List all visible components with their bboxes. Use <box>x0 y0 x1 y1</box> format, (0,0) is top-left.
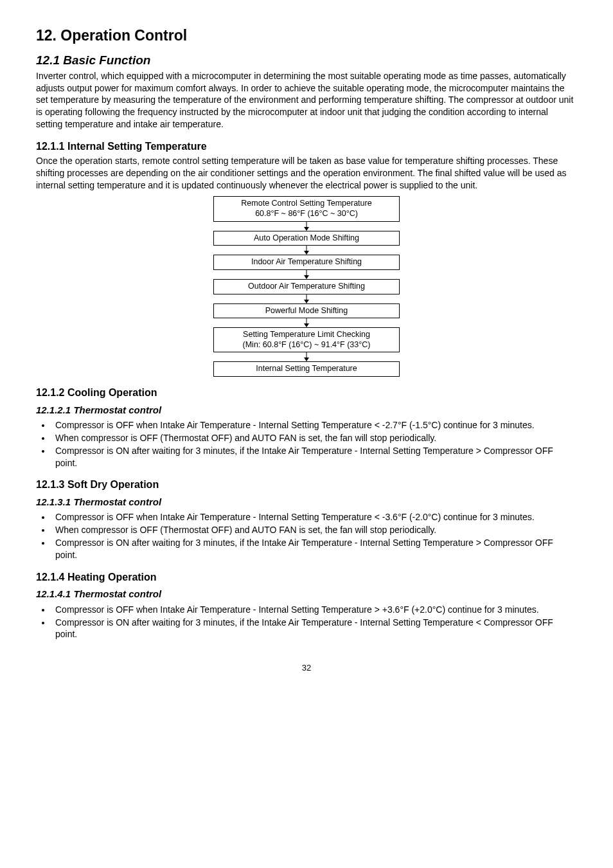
heading-1: 12. Operation Control <box>36 26 577 46</box>
list-item: Compressor is OFF when Intake Air Temper… <box>51 604 577 616</box>
cooling-bullets: Compressor is OFF when Intake Air Temper… <box>36 419 577 469</box>
svg-marker-7 <box>304 300 309 303</box>
flow-arrow-icon <box>213 352 400 361</box>
flow-box-remote-setting: Remote Control Setting Temperature 60.8°… <box>213 196 400 221</box>
flow-box-limit-check: Setting Temperature Limit Checking (Min:… <box>213 327 400 352</box>
paragraph-intro: Inverter control, which equipped with a … <box>36 70 577 131</box>
svg-marker-5 <box>304 275 309 279</box>
svg-marker-1 <box>304 227 309 231</box>
list-item: Compressor is ON after waiting for 3 min… <box>51 537 577 561</box>
heading-4-cooling-thermostat: 12.1.2.1 Thermostat control <box>36 404 577 417</box>
flow-arrow-icon <box>213 294 400 303</box>
page-number: 32 <box>36 662 577 674</box>
heading-3-cooling: 12.1.2 Cooling Operation <box>36 386 577 400</box>
flow-text: (Min: 60.8°F (16°C) ~ 91.4°F (33°C) <box>243 340 371 349</box>
flow-box-auto-mode: Auto Operation Mode Shifting <box>213 231 400 246</box>
flow-text: Setting Temperature Limit Checking <box>243 330 370 339</box>
list-item: Compressor is OFF when Intake Air Temper… <box>51 511 577 523</box>
list-item: When compressor is OFF (Thermostat OFF) … <box>51 432 577 444</box>
flow-arrow-icon <box>213 270 400 279</box>
flow-arrow-icon <box>213 318 400 327</box>
list-item: Compressor is ON after waiting for 3 min… <box>51 617 577 641</box>
heating-bullets: Compressor is OFF when Intake Air Temper… <box>36 604 577 641</box>
heading-4-heating-thermostat: 12.1.4.1 Thermostat control <box>36 588 577 601</box>
paragraph-internal-setting: Once the operation starts, remote contro… <box>36 155 577 192</box>
softdry-bullets: Compressor is OFF when Intake Air Temper… <box>36 511 577 561</box>
heading-4-softdry-thermostat: 12.1.3.1 Thermostat control <box>36 496 577 509</box>
flow-box-internal-temp: Internal Setting Temperature <box>213 361 400 377</box>
heading-2-basic-function: 12.1 Basic Function <box>36 52 577 69</box>
flow-text: Remote Control Setting Temperature <box>241 199 371 208</box>
svg-marker-9 <box>304 323 309 327</box>
list-item: Compressor is OFF when Intake Air Temper… <box>51 419 577 431</box>
list-item: Compressor is ON after waiting for 3 min… <box>51 445 577 469</box>
flow-arrow-icon <box>213 222 400 231</box>
heading-3-heating: 12.1.4 Heating Operation <box>36 570 577 584</box>
heading-3-internal-setting: 12.1.1 Internal Setting Temperature <box>36 140 577 154</box>
svg-marker-3 <box>304 251 309 255</box>
heading-3-softdry: 12.1.3 Soft Dry Operation <box>36 478 577 492</box>
svg-marker-11 <box>304 357 309 361</box>
flow-box-indoor-temp: Indoor Air Temperature Shifting <box>213 255 400 270</box>
flow-text: 60.8°F ~ 86°F (16°C ~ 30°C) <box>255 209 358 218</box>
list-item: When compressor is OFF (Thermostat OFF) … <box>51 524 577 536</box>
flow-box-outdoor-temp: Outdoor Air Temperature Shifting <box>213 279 400 294</box>
flow-arrow-icon <box>213 246 400 255</box>
flowchart: Remote Control Setting Temperature 60.8°… <box>213 196 400 377</box>
flow-box-powerful-mode: Powerful Mode Shifting <box>213 303 400 319</box>
